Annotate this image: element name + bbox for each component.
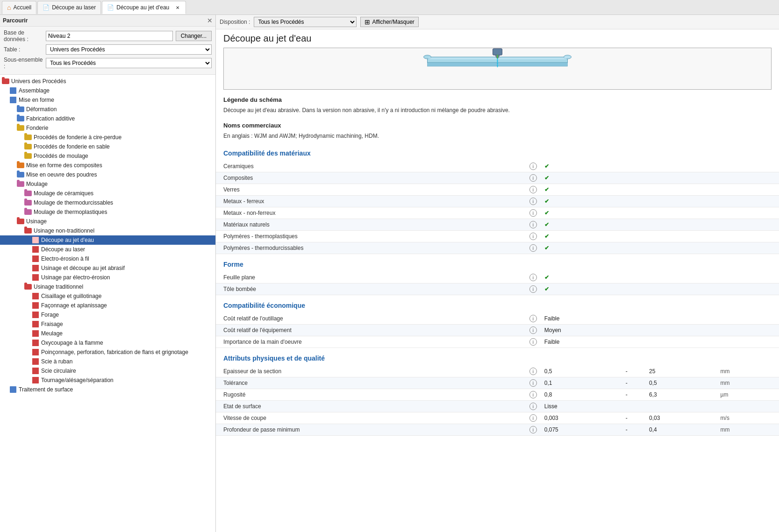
tree-item-fonderie[interactable]: Fonderie bbox=[0, 123, 215, 133]
tree-item-traitement[interactable]: Traitement de surface bbox=[0, 385, 215, 394]
sous-label: Sous-ensemble : bbox=[4, 57, 46, 70]
table-row: Importance de la main d'oeuvre i Faible bbox=[216, 336, 779, 348]
tree-item-usinage-non-trad[interactable]: Usinage non-traditionnel bbox=[0, 226, 215, 235]
mat-info-7[interactable]: i bbox=[526, 242, 541, 254]
tree-item-composites[interactable]: Mise en forme des composites bbox=[0, 161, 215, 170]
forme-info-1[interactable]: i bbox=[526, 284, 541, 295]
tree-item-usinage-jet-abrasif[interactable]: Usinage et découpe au jet abrasif bbox=[0, 263, 215, 273]
attr-info-2[interactable]: i bbox=[526, 389, 541, 401]
tree-item-tournage[interactable]: Tournage/alésage/séparation bbox=[0, 376, 215, 385]
attr-info-5[interactable]: i bbox=[526, 424, 541, 436]
tree-item-moulage-thermoplastiques[interactable]: Moulage de thermoplastiques bbox=[0, 207, 215, 217]
tree-item-usinage[interactable]: Usinage bbox=[0, 217, 215, 226]
tree-item-scie-circulaire[interactable]: Scie circulaire bbox=[0, 366, 215, 376]
mat-info-4[interactable]: i bbox=[526, 207, 541, 219]
tab-jet-eau[interactable]: 📄 Découpe au jet d'eau ✕ bbox=[102, 1, 186, 14]
info-icon-attr-2[interactable]: i bbox=[529, 391, 537, 398]
tree-label-univers: Univers des Procédés bbox=[11, 78, 66, 85]
info-icon-4[interactable]: i bbox=[529, 209, 537, 217]
tree-item-faconnage[interactable]: Façonnage et aplanissage bbox=[0, 301, 215, 310]
tree-item-scie-ruban[interactable]: Scie à ruban bbox=[0, 357, 215, 366]
tree-item-moulage[interactable]: Moulage bbox=[0, 179, 215, 189]
table-label: Table : bbox=[4, 46, 46, 53]
forme-info-0[interactable]: i bbox=[526, 272, 541, 284]
table-select[interactable]: Univers des Procédés bbox=[46, 44, 212, 55]
info-icon-eco-2[interactable]: i bbox=[529, 338, 537, 346]
tree-item-electro-erosion[interactable]: Electro-érosion à fil bbox=[0, 254, 215, 263]
info-icon-eco-1[interactable]: i bbox=[529, 326, 537, 334]
sous-select[interactable]: Tous les Procédés bbox=[46, 58, 212, 68]
info-icon-6[interactable]: i bbox=[529, 233, 537, 240]
tab-close-jet-eau[interactable]: ✕ bbox=[174, 4, 181, 11]
tree-label-usinage-electro: Usinage par électro-érosion bbox=[41, 274, 110, 281]
mat-info-0[interactable]: i bbox=[526, 161, 541, 172]
info-icon-attr-1[interactable]: i bbox=[529, 379, 537, 387]
tree-item-forage[interactable]: Forage bbox=[0, 310, 215, 319]
tree-item-moulage-thermodurcissables[interactable]: Moulage de thermodurcissables bbox=[0, 198, 215, 207]
legende-text: Découpe au jet d'eau abrasive. Dans la v… bbox=[223, 105, 772, 115]
tab-accueil[interactable]: ⌂ Accueil bbox=[2, 1, 36, 14]
close-left-panel[interactable]: ✕ bbox=[207, 17, 213, 24]
attr-max-2: 6,3 bbox=[645, 389, 718, 401]
tree-item-usinage-electro[interactable]: Usinage par électro-érosion bbox=[0, 273, 215, 282]
info-icon-3[interactable]: i bbox=[529, 198, 537, 205]
tree-item-fonderie-cire[interactable]: Procédés de fonderie à cire-perdue bbox=[0, 133, 215, 142]
tree-item-oxycoupage[interactable]: Oxycoupage à la flamme bbox=[0, 338, 215, 348]
tab-laser[interactable]: 📄 Découpe au laser bbox=[37, 1, 101, 14]
tree-item-decoupe-jet-eau[interactable]: Découpe au jet d'eau bbox=[0, 235, 215, 245]
afficher-masquer-button[interactable]: ⊞ Afficher/Masquer bbox=[360, 17, 419, 27]
info-icon-forme-1[interactable]: i bbox=[529, 285, 537, 293]
changer-button[interactable]: Changer... bbox=[176, 31, 212, 41]
attr-info-0[interactable]: i bbox=[526, 366, 541, 377]
info-icon-5[interactable]: i bbox=[529, 221, 537, 228]
attr-info-3[interactable]: i bbox=[526, 401, 541, 412]
tree-label-composites: Mise en forme des composites bbox=[26, 162, 102, 169]
info-icon-0[interactable]: i bbox=[529, 163, 537, 170]
tree-item-univers[interactable]: Univers des Procédés bbox=[0, 77, 215, 86]
table-row: Tolérance i 0,1 - 0,5 mm bbox=[216, 377, 779, 389]
eco-info-2[interactable]: i bbox=[526, 336, 541, 348]
tree-item-poudres[interactable]: Mise en oeuvre des poudres bbox=[0, 170, 215, 179]
tree-item-fab-additive[interactable]: Fabrication additive bbox=[0, 114, 215, 123]
mat-info-6[interactable]: i bbox=[526, 231, 541, 242]
eco-info-1[interactable]: i bbox=[526, 325, 541, 336]
info-icon-attr-5[interactable]: i bbox=[529, 426, 537, 433]
info-icon-eco-0[interactable]: i bbox=[529, 315, 537, 322]
attributs-header: Attributs physiques et de qualité bbox=[216, 353, 779, 364]
tree-item-assemblage[interactable]: Assemblage bbox=[0, 86, 215, 95]
svg-rect-9 bbox=[497, 55, 498, 58]
eco-info-0[interactable]: i bbox=[526, 313, 541, 325]
attr-label-3: Etat de surface bbox=[216, 401, 526, 412]
attr-info-4[interactable]: i bbox=[526, 412, 541, 424]
tree-item-mise-en-forme[interactable]: Mise en forme bbox=[0, 95, 215, 105]
info-icon-attr-4[interactable]: i bbox=[529, 414, 537, 422]
materiaux-table: Ceramiques i ✔ Composites i ✔ Verres i ✔… bbox=[216, 161, 779, 254]
info-icon-7[interactable]: i bbox=[529, 244, 537, 252]
tree-item-meulage[interactable]: Meulage bbox=[0, 329, 215, 338]
tree-item-fraisage[interactable]: Fraisage bbox=[0, 319, 215, 329]
afficher-icon: ⊞ bbox=[364, 18, 370, 26]
info-icon-attr-3[interactable]: i bbox=[529, 403, 537, 410]
mat-info-1[interactable]: i bbox=[526, 172, 541, 184]
tree-item-moulage-ceramiques[interactable]: Moulage de céramiques bbox=[0, 189, 215, 198]
info-icon-1[interactable]: i bbox=[529, 174, 537, 182]
info-icon-attr-0[interactable]: i bbox=[529, 368, 537, 375]
tree-label-oxycoupage: Oxycoupage à la flamme bbox=[41, 340, 103, 346]
tree-item-moulage-proc[interactable]: Procédés de moulage bbox=[0, 151, 215, 161]
tree-icon-usinage-non-trad bbox=[24, 227, 32, 234]
tree-item-fonderie-sable[interactable]: Procédés de fonderie en sable bbox=[0, 142, 215, 151]
attr-info-1[interactable]: i bbox=[526, 377, 541, 389]
mat-info-2[interactable]: i bbox=[526, 184, 541, 196]
info-icon-2[interactable]: i bbox=[529, 186, 537, 193]
tree-item-poinconnage[interactable]: Poinçonnage, perforation, fabrication de… bbox=[0, 348, 215, 357]
db-input[interactable] bbox=[46, 31, 173, 41]
disposition-select[interactable]: Tous les Procédés bbox=[254, 17, 357, 27]
tree-item-usinage-trad[interactable]: Usinage traditionnel bbox=[0, 282, 215, 291]
tree-item-decoupe-laser[interactable]: Découpe au laser bbox=[0, 245, 215, 254]
info-icon-forme-0[interactable]: i bbox=[529, 274, 537, 281]
tree-item-deformation[interactable]: Déformation bbox=[0, 105, 215, 114]
diagram-svg bbox=[224, 48, 771, 90]
mat-info-3[interactable]: i bbox=[526, 196, 541, 207]
mat-info-5[interactable]: i bbox=[526, 219, 541, 231]
tree-item-cisaillage[interactable]: Cisaillage et guillotinage bbox=[0, 291, 215, 301]
